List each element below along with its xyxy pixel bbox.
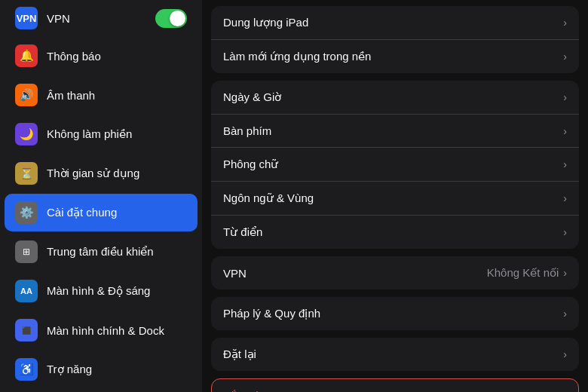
vpn-toggle[interactable] [155,9,187,28]
sidebar-item-khong-lam-phien[interactable]: 🌙 Không làm phiền [5,115,198,153]
main-content: Dung lượng iPad › Làm mới ứng dụng trong… [202,0,588,392]
trung-tam-icon: ⊞ [15,240,38,263]
settings-group-keyboard: Ngày & Giờ › Bàn phím › Phông chữ › Ngôn… [211,81,579,249]
sidebar-item-thoi-gian-su-dung[interactable]: ⏳ Thời gian sử dụng [5,155,198,192]
settings-row-lam-moi[interactable]: Làm mới ứng dụng trong nền › [211,40,579,73]
chevron-dat-lai: › [563,348,567,360]
sidebar: VPN VPN 🔔 Thông báo 🔊 Âm thanh 🌙 Không l… [0,0,202,392]
settings-row-dung-luong[interactable]: Dung lượng iPad › [211,6,579,40]
settings-group-reset: Đặt lại › [211,338,579,371]
man-hinh-chinh-icon: ⬛ [15,319,38,341]
chevron-vpn: › [563,267,567,279]
sidebar-item-vpn[interactable]: VPN VPN [5,1,198,35]
label-ngon-ngu: Ngôn ngữ & Vùng [223,191,563,205]
sidebar-item-tro-nang[interactable]: ♿ Trợ năng [5,351,198,388]
label-dung-luong: Dung lượng iPad [223,16,563,29]
chevron-phap-ly: › [563,308,567,320]
settings-row-vpn[interactable]: VPN Không Kết nối › [211,256,579,289]
sidebar-label-khong-lam-phien: Không làm phiền [47,127,132,141]
cai-dat-icon: ⚙️ [15,201,38,224]
label-vpn: VPN [223,267,487,280]
settings-row-phong-chu[interactable]: Phông chữ › [211,148,579,182]
vpn-status-value: Không Kết nối [487,266,559,280]
chevron-ngay-gio: › [563,91,567,103]
label-lam-moi: Làm mới ứng dụng trong nền [223,50,563,63]
label-tu-dien: Từ điển [223,225,563,239]
man-hinh-icon: AA [15,280,38,302]
sidebar-label-thong-bao: Thông báo [47,50,101,63]
chevron-ban-phim: › [563,125,567,137]
sidebar-label-thoi-gian: Thời gian sử dụng [47,167,139,180]
settings-group-legal: Pháp lý & Quy định › [211,297,579,330]
settings-row-tu-dien[interactable]: Từ điển › [211,216,579,249]
label-phong-chu: Phông chữ [223,158,563,171]
settings-group-storage: Dung lượng iPad › Làm mới ứng dụng trong… [211,6,579,73]
chevron-dung-luong: › [563,17,567,29]
sidebar-label-man-hinh: Màn hình & Độ sáng [47,284,150,298]
settings-row-tat-may[interactable]: Tắt máy [212,379,578,392]
sidebar-item-trung-tam[interactable]: ⊞ Trung tâm điều khiển [5,233,198,271]
chevron-lam-moi: › [563,51,567,63]
sidebar-item-cai-dat-chung[interactable]: ⚙️ Cài đặt chung [5,194,198,231]
thong-bao-icon: 🔔 [15,44,38,67]
settings-row-dat-lai[interactable]: Đặt lại › [211,338,579,371]
label-phap-ly: Pháp lý & Quy định [223,307,563,320]
khong-lam-phien-icon: 🌙 [15,123,38,145]
sidebar-item-am-thanh[interactable]: 🔊 Âm thanh [5,76,198,114]
sidebar-item-thong-bao[interactable]: 🔔 Thông báo [5,37,198,75]
label-ban-phim: Bàn phím [223,124,563,137]
sidebar-label-trung-tam: Trung tâm điều khiển [47,245,154,259]
vpn-icon: VPN [15,7,38,29]
settings-group-shutdown: Tắt máy [211,378,579,392]
sidebar-label-tro-nang: Trợ năng [47,363,92,376]
settings-group-vpn: VPN Không Kết nối › [211,256,579,289]
settings-row-ngon-ngu[interactable]: Ngôn ngữ & Vùng › [211,182,579,216]
am-thanh-icon: 🔊 [15,84,38,106]
settings-row-phap-ly[interactable]: Pháp lý & Quy định › [211,297,579,330]
tro-nang-icon: ♿ [15,358,38,381]
label-dat-lai: Đặt lại [223,348,563,361]
sidebar-label-cai-dat: Cài đặt chung [47,206,117,219]
label-ngay-gio: Ngày & Giờ [223,90,563,104]
sidebar-item-man-hinh-chinh[interactable]: ⬛ Màn hình chính & Dock [5,311,198,349]
chevron-tu-dien: › [563,226,567,238]
settings-row-ngay-gio[interactable]: Ngày & Giờ › [211,81,579,115]
chevron-ngon-ngu: › [563,192,567,204]
sidebar-item-man-hinh[interactable]: AA Màn hình & Độ sáng [5,272,198,310]
sidebar-label-man-hinh-chinh: Màn hình chính & Dock [47,324,164,337]
sidebar-vpn-label: VPN [47,12,155,25]
settings-row-ban-phim[interactable]: Bàn phím › [211,115,579,148]
sidebar-label-am-thanh: Âm thanh [47,89,95,102]
label-tat-may: Tắt máy [224,389,566,392]
thoi-gian-icon: ⏳ [15,162,38,185]
chevron-phong-chu: › [563,158,567,170]
